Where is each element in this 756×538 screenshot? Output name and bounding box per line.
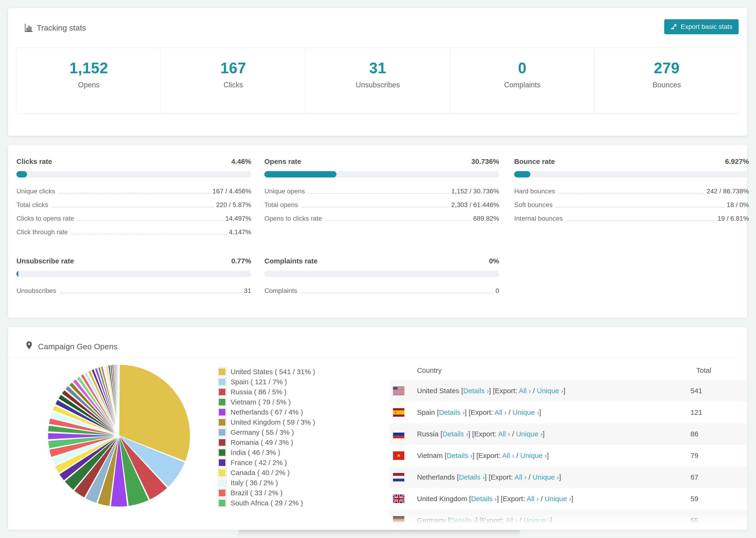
summary-stats-strip: 1,152 Opens 167 Clicks 31 Unsubscribes 0… [17, 47, 739, 114]
export-all-link[interactable]: All › [502, 452, 514, 459]
export-unique-link[interactable]: Unique › [532, 473, 559, 481]
legend-item[interactable]: Vietnam ( 79 / 5% ) [218, 397, 315, 407]
export-unique-link[interactable]: Unique › [520, 452, 547, 459]
legend-item[interactable]: United States ( 541 / 31% ) [218, 367, 315, 377]
rate-detail-row: Soft bounces18 / 0% [514, 198, 749, 212]
export-all-link[interactable]: All › [498, 430, 510, 438]
separator: / [531, 387, 537, 395]
rate-detail-row: Click through rate4.147% [17, 225, 251, 239]
stat-unsubscribes-value: 31 [306, 61, 450, 76]
export-unique-link[interactable]: Unique › [513, 408, 539, 416]
complaints-rate-value: 0% [489, 257, 499, 265]
rate-detail-row: Complaints0 [264, 284, 499, 297]
rate-detail-row: Unique opens1,152 / 30.736% [264, 185, 499, 198]
export-unique-link[interactable]: Unique › [545, 495, 571, 503]
legend-swatch [218, 418, 226, 426]
export-all-link[interactable]: All › [514, 473, 527, 481]
legend-item[interactable]: Germany ( 55 / 3% ) [218, 427, 315, 437]
export-all-link[interactable]: All › [519, 387, 531, 395]
details-link[interactable]: Details › [450, 516, 476, 524]
complaints-rate-card: Complaints rate0% Complaints0 [264, 257, 499, 297]
country-name: Netherlands [417, 473, 455, 481]
geo-table-row: United States [Details ›] [Export: All ›… [389, 380, 747, 402]
export-all-link[interactable]: All › [506, 516, 518, 524]
legend-label: Netherlands ( 67 / 4% ) [231, 408, 303, 416]
flag-nl-icon [393, 473, 404, 481]
country-name: Germany [417, 516, 446, 524]
flag-de-icon [393, 516, 404, 525]
geo-row-text: Spain [Details ›] [Export: All › / Uniqu… [417, 408, 541, 416]
separator: [ [435, 408, 439, 416]
stat-unsubscribes: 31 Unsubscribes [305, 47, 450, 114]
geo-table-header-country: Country [417, 366, 442, 374]
legend-item[interactable]: Russia ( 86 / 5% ) [218, 387, 315, 397]
flag-vn-icon [393, 452, 404, 460]
unsubscribe-rate-fill [17, 271, 18, 277]
dotted-leader [58, 193, 210, 194]
export-unique-link[interactable]: Unique › [523, 516, 550, 524]
rate-detail-value: 14.497% [225, 215, 251, 222]
country-total: 55 [690, 516, 698, 524]
country-name: United Kingdom [417, 495, 467, 503]
details-link[interactable]: Details › [459, 473, 485, 481]
rate-detail-row: Internal bounces19 / 6.81% [514, 212, 749, 225]
bottom-scrollbar[interactable] [238, 530, 520, 538]
details-link[interactable]: Details › [442, 430, 468, 438]
geo-row-text: Vietnam [Details ›] [Export: All › / Uni… [417, 452, 549, 459]
complaints-rate-progressbar [264, 271, 499, 277]
separator: ] [543, 430, 544, 438]
rate-detail-label: Complaints [264, 287, 297, 295]
rate-detail-label: Total clicks [17, 201, 48, 209]
details-link[interactable]: Details › [447, 452, 472, 459]
country-total: 79 [690, 452, 698, 459]
legend-item[interactable]: Romania ( 49 / 3% ) [218, 437, 315, 447]
stat-complaints-value: 0 [450, 61, 594, 76]
complaints-rate-title: Complaints rate [264, 257, 318, 265]
separator: / [510, 430, 516, 438]
separator: ] [Export: [497, 495, 527, 503]
legend-item[interactable]: France ( 42 / 2% ) [218, 457, 315, 467]
legend-swatch [218, 428, 226, 437]
stat-bounces-label: Bounces [595, 81, 739, 89]
separator: ] [539, 408, 541, 416]
geo-table-row: United Kingdom [Details ›] [Export: All … [389, 488, 747, 510]
dotted-leader [308, 193, 449, 194]
clicks-rate-progressbar [17, 171, 251, 178]
rate-detail-row: Opens to clicks rate689.82% [264, 212, 499, 225]
rate-detail-row: Total clicks220 / 5.87% [17, 198, 251, 212]
export-all-link[interactable]: All › [495, 408, 507, 416]
legend-item[interactable]: Canada ( 40 / 2% ) [218, 467, 315, 478]
export-unique-link[interactable]: Unique › [516, 430, 543, 438]
stat-clicks-value: 167 [161, 61, 305, 76]
country-name: United States [417, 387, 459, 395]
export-unique-link[interactable]: Unique › [537, 387, 563, 395]
legend-item[interactable]: Italy ( 36 / 2% ) [218, 478, 315, 488]
legend-item[interactable]: Netherlands ( 67 / 4% ) [218, 407, 315, 417]
unsubscribe-rate-progressbar [17, 271, 251, 277]
unsubscribe-rate-value: 0.77% [231, 257, 251, 265]
rate-detail-value: 4.147% [229, 228, 251, 236]
geo-row-text: Germany [Details ›] [Export: All › / Uni… [417, 516, 552, 524]
details-link[interactable]: Details › [439, 408, 465, 416]
legend-label: South Africa ( 29 / 2% ) [231, 499, 303, 507]
details-link[interactable]: Details › [471, 495, 497, 503]
stat-unsubscribes-label: Unsubscribes [306, 81, 450, 89]
geo-pie-legend: United States ( 541 / 31% )Spain ( 121 /… [218, 367, 315, 508]
rate-detail-value: 2,303 / 61.446% [451, 201, 499, 209]
legend-label: United Kingdom ( 59 / 3% ) [231, 418, 315, 426]
details-link[interactable]: Details › [463, 387, 489, 395]
legend-item[interactable]: South Africa ( 29 / 2% ) [218, 498, 315, 508]
flag-us-icon [393, 387, 404, 395]
legend-item[interactable]: United Kingdom ( 59 / 3% ) [218, 417, 315, 427]
separator: / [507, 408, 513, 416]
separator: [ [446, 516, 450, 524]
legend-item[interactable]: Brazil ( 33 / 2% ) [218, 488, 315, 498]
export-basic-stats-button[interactable]: Export basic stats [664, 19, 739, 34]
legend-item[interactable]: India ( 46 / 3% ) [218, 447, 315, 457]
export-all-link[interactable]: All › [527, 495, 539, 503]
legend-label: Romania ( 49 / 3% ) [231, 439, 293, 447]
country-total: 541 [690, 387, 702, 395]
legend-swatch [218, 368, 226, 376]
opens-rate-fill [264, 171, 337, 178]
legend-item[interactable]: Spain ( 121 / 7% ) [218, 377, 315, 387]
